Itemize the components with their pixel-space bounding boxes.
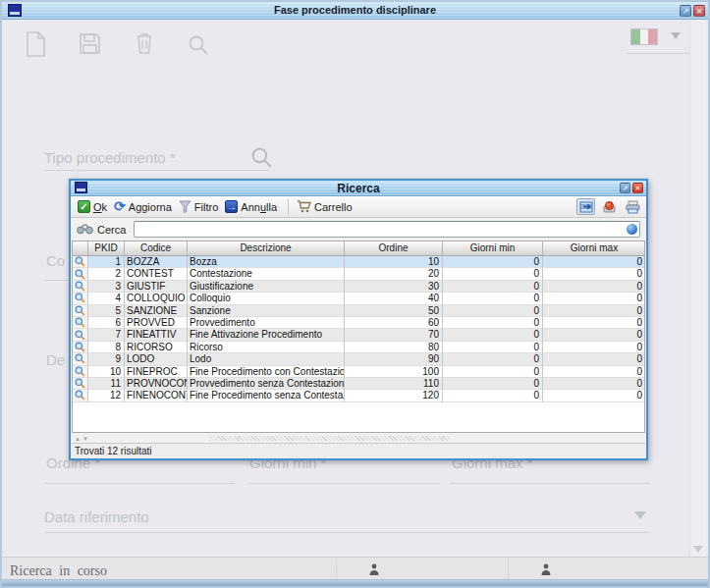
scroll-down-icon[interactable] <box>693 546 703 553</box>
cell-giorni-max: 0 <box>543 342 645 353</box>
table-row[interactable]: 8RICORSORicorso8000 <box>73 342 644 353</box>
giorni-max-underline <box>450 483 650 484</box>
print-icon[interactable] <box>624 198 642 215</box>
delete-icon[interactable] <box>136 31 153 55</box>
table-row[interactable]: 5SANZIONESanzione5000 <box>73 305 644 317</box>
data-riferimento-dropdown-icon[interactable] <box>634 511 646 519</box>
cell-giorni-max: 0 <box>543 305 645 317</box>
row-magnifier-icon[interactable] <box>73 390 88 401</box>
table-row[interactable]: 11PROVNOCONTProvvedimento senza Contesta… <box>73 378 644 390</box>
cell-codice: FINENOCONT <box>125 390 188 401</box>
aggiorna-button[interactable]: ⟳ Aggiorna <box>112 199 177 214</box>
scroll-arrows-icon[interactable]: ▲▼ <box>75 436 90 442</box>
cell-giorni-max: 0 <box>543 293 645 304</box>
search-input[interactable] <box>134 221 640 238</box>
filtro-button[interactable]: Filtro <box>177 199 223 214</box>
search-toolbar-icon[interactable] <box>188 34 209 56</box>
row-magnifier-icon[interactable] <box>73 317 88 329</box>
cell-giorni-min: 0 <box>443 378 543 390</box>
data-riferimento-underline <box>44 532 650 533</box>
row-magnifier-icon[interactable] <box>73 256 88 268</box>
table-row[interactable]: 2CONTESTContestazione2000 <box>73 268 644 280</box>
main-window: Fase procedimento disciplinare ↗ ✕ Tipo … <box>0 0 710 588</box>
header-descrizione[interactable]: Descrizione <box>188 241 345 255</box>
statusbar-separator <box>508 559 509 581</box>
table-row[interactable]: 9LODOLodo9000 <box>73 353 644 365</box>
search-label: Cerca <box>97 224 126 236</box>
cell-giorni-max: 0 <box>543 353 645 365</box>
scrollbar-hatch[interactable] <box>209 436 450 441</box>
field-label-descrizione: De <box>46 351 65 368</box>
form-scrollbar[interactable] <box>689 20 706 557</box>
row-magnifier-icon[interactable] <box>73 293 88 304</box>
cell-pkid: 1 <box>88 256 125 268</box>
cell-pkid: 9 <box>88 353 125 365</box>
cell-codice: BOZZA <box>125 256 188 268</box>
cell-giorni-max: 0 <box>543 256 645 268</box>
tipo-procedimento-search-icon[interactable] <box>250 146 273 169</box>
cell-descrizione: Lodo <box>188 353 345 365</box>
new-document-icon[interactable] <box>26 31 46 57</box>
carrello-button[interactable]: Carrello <box>295 199 357 214</box>
search-row: Cerca <box>71 218 646 241</box>
close-icon[interactable]: ✕ <box>693 5 705 17</box>
remove-result-icon[interactable] <box>600 198 619 215</box>
row-magnifier-icon[interactable] <box>73 305 88 317</box>
row-magnifier-icon[interactable] <box>73 281 88 293</box>
header-giorni-min[interactable]: Giorni min <box>443 241 543 255</box>
flag-green-stripe <box>631 29 640 44</box>
grid-view-icon[interactable] <box>576 198 595 215</box>
dialog-close-icon[interactable]: ✕ <box>632 183 643 193</box>
row-magnifier-icon[interactable] <box>73 268 88 280</box>
flag-white-stripe <box>640 29 649 44</box>
ok-button[interactable]: ✓ Ok <box>76 199 112 214</box>
header-codice[interactable]: Codice <box>125 241 188 255</box>
save-icon[interactable] <box>80 33 100 54</box>
table-row[interactable]: 12FINENOCONTFine Procedimento senza Cont… <box>73 390 644 401</box>
dialog-titlebar[interactable]: Ricerca ↗ ✕ <box>71 181 646 196</box>
cell-descrizione: Provvedimento <box>188 317 345 329</box>
language-dropdown-icon[interactable] <box>671 32 681 39</box>
annulla-button[interactable]: → Annulla <box>223 199 282 214</box>
cell-ordine: 80 <box>345 342 443 353</box>
filter-funnel-icon <box>179 200 191 213</box>
header-pkid[interactable]: PKID <box>88 241 125 255</box>
cell-ordine: 10 <box>345 256 443 268</box>
header-icon-column[interactable] <box>73 241 88 255</box>
row-magnifier-icon[interactable] <box>73 378 88 390</box>
table-bottom-scrollbar[interactable]: ▲▼ <box>72 434 645 444</box>
language-flag-italy[interactable] <box>630 28 658 45</box>
table-row[interactable]: 10FINEPROCFine Procedimento con Contesta… <box>73 366 644 378</box>
results-table: PKID Codice Descrizione Ordine Giorni mi… <box>72 241 645 433</box>
user-icon <box>367 562 381 576</box>
cell-pkid: 2 <box>88 268 125 280</box>
table-row[interactable]: 3GIUSTIFGiustificazione3000 <box>73 281 644 293</box>
table-row[interactable]: 1BOZZABozza1000 <box>73 256 644 268</box>
cell-descrizione: Fine Procedimento senza Contestazione <box>188 390 345 401</box>
table-row[interactable]: 4COLLOQUIOColloquio4000 <box>73 293 644 304</box>
header-ordine[interactable]: Ordine <box>345 241 443 255</box>
cell-giorni-min: 0 <box>443 342 543 353</box>
cell-ordine: 50 <box>345 305 443 317</box>
table-row[interactable]: 7FINEATTIVFine Attivazione Procedimento7… <box>73 329 644 341</box>
maximize-icon[interactable]: ↗ <box>680 5 691 17</box>
codice-underline <box>44 280 69 281</box>
search-helper-icon[interactable] <box>627 224 637 235</box>
row-magnifier-icon[interactable] <box>73 366 88 378</box>
cell-ordine: 110 <box>345 378 443 390</box>
cell-descrizione: Ricorso <box>188 342 345 353</box>
cell-pkid: 6 <box>88 317 125 329</box>
cell-codice: SANZIONE <box>125 305 188 317</box>
giorni-min-underline <box>247 483 440 484</box>
cell-giorni-min: 0 <box>443 329 543 341</box>
row-magnifier-icon[interactable] <box>73 353 88 365</box>
header-giorni-max[interactable]: Giorni max <box>543 241 645 255</box>
row-magnifier-icon[interactable] <box>73 329 88 341</box>
dialog-maximize-icon[interactable]: ↗ <box>620 183 630 193</box>
table-row[interactable]: 6PROVVEDProvvedimento6000 <box>73 317 644 329</box>
cell-pkid: 10 <box>88 366 125 378</box>
cell-codice: COLLOQUIO <box>125 293 188 304</box>
field-label-tipo-procedimento: Tipo procedimento * <box>44 149 176 166</box>
row-magnifier-icon[interactable] <box>73 342 88 353</box>
cell-descrizione: Fine Attivazione Procedimento <box>188 329 345 341</box>
